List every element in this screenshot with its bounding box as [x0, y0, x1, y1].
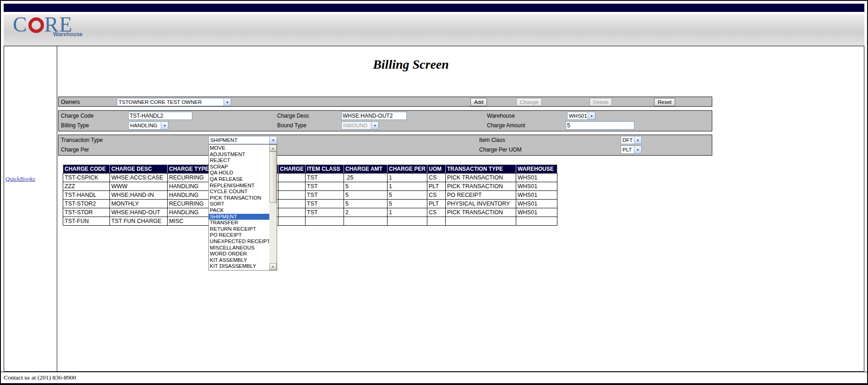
- column-header: CHARGE AMT: [344, 165, 388, 174]
- billing-type-select[interactable]: HANDLING ▼: [128, 121, 169, 130]
- table-row[interactable]: TST-STORWHSE:HAND-OUTHANDLINGTST21CSPICK…: [63, 208, 557, 217]
- table-cell: [278, 182, 306, 191]
- dropdown-option[interactable]: PO RECEIPT: [209, 232, 269, 239]
- table-cell: WHSE:HAND-IN: [110, 191, 168, 200]
- table-cell: [427, 217, 446, 226]
- table-cell: [388, 217, 427, 226]
- table-cell: WHSE:HAND-OUT: [110, 208, 168, 217]
- dropdown-option[interactable]: ADJUSTMENT: [209, 152, 269, 158]
- table-cell: 5: [388, 191, 427, 200]
- scrollbar-thumb[interactable]: [269, 152, 277, 203]
- dropdown-option[interactable]: PACK: [209, 207, 269, 214]
- dropdown-option[interactable]: QA RELEASE: [209, 176, 269, 183]
- chevron-down-icon: ▼: [161, 122, 168, 129]
- table-cell: HANDLING: [168, 191, 214, 200]
- reset-button[interactable]: Reset: [654, 98, 675, 106]
- warehouse-select[interactable]: WHS01 ▼: [567, 112, 595, 120]
- content: Billing Screen Owners TSTOWNER CORE TEST…: [57, 46, 864, 371]
- dropdown-option[interactable]: SHIPMENT: [209, 214, 269, 220]
- dropdown-option[interactable]: CYCLE COUNT: [209, 189, 269, 195]
- charge-per-uom-select[interactable]: PLT ▼: [621, 146, 642, 154]
- table-row[interactable]: TST-FUNTST FUN CHARGEMISC: [63, 217, 557, 226]
- owners-bar: Owners TSTOWNER CORE TEST OWNER ▼ AddCha…: [58, 97, 712, 107]
- page: C RE Warehouse QuickBooks Billing Screen…: [0, 0, 868, 385]
- dropdown-option[interactable]: REJECT: [209, 157, 269, 164]
- table-cell: ZZZ: [63, 182, 110, 191]
- charge-amount-input[interactable]: [566, 121, 634, 130]
- dropdown-option[interactable]: SCRAP: [209, 164, 269, 170]
- billing-type-label: Billing Type: [61, 121, 89, 130]
- table-row[interactable]: TST-STOR2MONTHLYRECURRINGTST55PLTPHYSICA…: [63, 200, 557, 208]
- dropdown-option[interactable]: SORT: [209, 201, 269, 207]
- table-cell: .25: [344, 174, 388, 182]
- dropdown-option[interactable]: WORD ORDER: [209, 251, 269, 257]
- dropdown-option[interactable]: UNEXPECTED RECEIPT: [209, 239, 269, 245]
- charge-desc-input[interactable]: [341, 112, 407, 120]
- item-class-label: Item Class: [479, 136, 505, 145]
- table-cell: PICK TRANSACTION: [446, 208, 516, 217]
- dropdown-option[interactable]: MOVE: [209, 145, 269, 152]
- table-cell: WHSE:ACCS:CASE: [110, 174, 168, 182]
- transaction-type-select[interactable]: SHIPMENT ▼: [208, 136, 277, 144]
- dropdown-option[interactable]: PICK TRANSACTION: [209, 195, 269, 201]
- item-class-select[interactable]: DFT ▼: [621, 136, 642, 144]
- scroll-down-icon[interactable]: ▼: [269, 263, 277, 270]
- table-cell: [516, 217, 557, 226]
- table-cell: TST-FUN: [63, 217, 110, 226]
- logo-ring-icon: [28, 17, 44, 33]
- table-cell: TST: [306, 174, 344, 182]
- table-row[interactable]: ZZZWWWHANDLINGTST51PLTPICK TRANSACTIONWH…: [63, 182, 557, 191]
- charge-per-uom-label: Charge Per UOM: [479, 145, 522, 155]
- chevron-down-icon: ▼: [588, 112, 595, 119]
- table-cell: WWW: [110, 182, 168, 191]
- warehouse-select-value: WHS01: [569, 112, 587, 119]
- header: C RE Warehouse: [4, 15, 864, 46]
- bound-type-label: Bound Type: [277, 121, 306, 130]
- listbox-scrollbar[interactable]: ▲ ▼: [269, 145, 277, 270]
- table-cell: MISC: [168, 217, 214, 226]
- charge-code-label: Charge Code: [61, 111, 93, 121]
- table-cell: [306, 217, 344, 226]
- table-cell: 2: [344, 208, 388, 217]
- page-title: Billing Screen: [58, 57, 764, 72]
- table-cell: [278, 217, 306, 226]
- table-cell: TST-CSPICK: [63, 174, 110, 182]
- add-button[interactable]: Add: [470, 98, 487, 106]
- table-cell: 5: [344, 191, 388, 200]
- owner-select-value: TSTOWNER CORE TEST OWNER: [119, 98, 202, 106]
- bound-type-select: INBOUND ▼: [341, 121, 379, 130]
- dropdown-option[interactable]: MISCELLANEOUS: [209, 245, 269, 251]
- table-cell: 5: [344, 200, 388, 208]
- table-cell: PO RECEIPT: [446, 191, 516, 200]
- table-cell: RECURRING: [168, 174, 214, 182]
- dropdown-option[interactable]: KIT ASSEMBLY: [209, 257, 269, 264]
- column-header: CHARGE DESC: [110, 165, 168, 174]
- table-cell: WHS01: [516, 208, 557, 217]
- table-cell: TST: [306, 182, 344, 191]
- dropdown-option[interactable]: RETURN RECEIPT: [209, 226, 269, 233]
- table-cell: HANDLING: [168, 208, 214, 217]
- table-row[interactable]: TST-HANDLWHSE:HAND-INHANDLINGTST55CSPO R…: [63, 191, 557, 200]
- table-row[interactable]: TST-CSPICKWHSE:ACCS:CASERECURRINGTST.251…: [63, 174, 557, 182]
- transaction-form-section: Transaction Type SHIPMENT ▼ Item Class D…: [58, 135, 712, 156]
- dropdown-option[interactable]: QA HOLD: [209, 170, 269, 176]
- column-header: CHARGE TYPE: [168, 165, 214, 174]
- table-cell: 1: [388, 174, 427, 182]
- dropdown-option[interactable]: TRANSFER: [209, 220, 269, 226]
- table-cell: WHS01: [516, 182, 557, 191]
- owner-select[interactable]: TSTOWNER CORE TEST OWNER ▼: [117, 98, 231, 106]
- table-cell: 1: [388, 208, 427, 217]
- billing-table-body: TST-CSPICKWHSE:ACCS:CASERECURRINGTST.251…: [63, 174, 557, 226]
- table-cell: PHYSICAL INVENTORY: [446, 200, 516, 208]
- title-wrap: Billing Screen: [58, 57, 764, 72]
- dropdown-option[interactable]: KIT DISASSEMBLY: [209, 263, 269, 270]
- core-logo: C RE Warehouse: [13, 15, 864, 38]
- charge-code-input[interactable]: [128, 112, 192, 120]
- quickbooks-link[interactable]: QuickBooks: [5, 175, 35, 182]
- table-cell: WHS01: [516, 174, 557, 182]
- scroll-up-icon[interactable]: ▲: [269, 145, 277, 152]
- sidebar: QuickBooks: [4, 46, 57, 371]
- table-cell: [344, 217, 388, 226]
- dropdown-option[interactable]: REPLENISHMENT: [209, 183, 269, 189]
- column-header: CHARGE CODE: [63, 165, 110, 174]
